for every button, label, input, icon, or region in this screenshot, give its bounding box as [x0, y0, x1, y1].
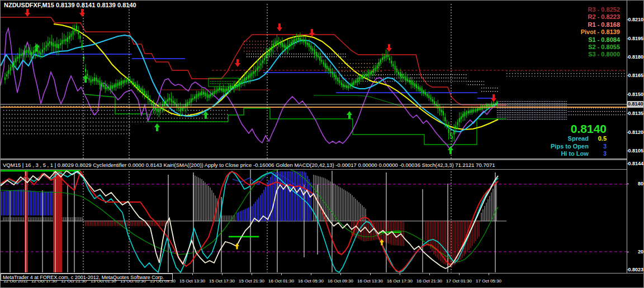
candle-body [366, 74, 367, 76]
candle-body [330, 69, 331, 73]
time-axis-label: 16 Oct 01:30 [268, 279, 294, 284]
candle-body [69, 36, 70, 39]
candle-body [15, 58, 16, 63]
spread-value: 0.5 [592, 135, 607, 143]
candle-body [258, 66, 259, 69]
candle-body [255, 70, 256, 73]
candle-body [85, 69, 86, 72]
price-axis[interactable]: 0.82100.81950.81800.81650.81500.81350.81… [627, 1, 644, 273]
axis-tick-label: 0.8210 [628, 17, 643, 22]
candle-body [24, 51, 25, 55]
candle-body [423, 90, 424, 94]
candle-body [133, 82, 134, 85]
sell-arrow-icon [235, 59, 240, 67]
candle-body [370, 72, 371, 75]
chart-canvas[interactable] [1, 1, 627, 288]
candle-body [243, 79, 244, 83]
candle-body [217, 89, 219, 91]
candle-body [389, 58, 390, 60]
candle-body [174, 102, 176, 104]
candle-body [148, 95, 149, 99]
candle-body [414, 83, 415, 87]
candle-body [70, 33, 72, 37]
candle-body [296, 38, 297, 41]
candle-body [10, 67, 11, 71]
candle-body [228, 87, 229, 91]
time-axis-label: 15 Oct 17:30 [209, 279, 235, 284]
spread-label: Spread [568, 135, 589, 142]
candle-body [353, 81, 354, 85]
candle-body [149, 100, 150, 102]
candle-body [105, 85, 106, 89]
candle-body [60, 43, 61, 45]
candle-body [113, 85, 115, 88]
candle-body [443, 111, 444, 116]
candle-body [131, 81, 132, 83]
candle-body [273, 44, 274, 48]
candle-body [473, 110, 474, 112]
candle-body [364, 75, 365, 77]
candle-body [334, 74, 335, 77]
candle-body [375, 68, 376, 71]
candle-body [439, 107, 441, 111]
candle-body [100, 81, 101, 85]
candle-body [49, 41, 50, 44]
candle-body [58, 44, 59, 49]
candle-body [371, 71, 372, 74]
pips-to-open-label: Pips to Open [551, 143, 589, 150]
candle-body [264, 58, 265, 60]
candle-body [457, 122, 458, 125]
candle-body [219, 88, 220, 90]
candle-body [310, 46, 311, 50]
candle-body [425, 92, 426, 95]
candle-body [73, 31, 74, 35]
candle-body [61, 40, 63, 44]
candle-body [319, 56, 320, 60]
candle-body [13, 61, 15, 65]
candle-body [271, 46, 272, 51]
pivot-row-r1: R1 - 0.8168 [581, 21, 620, 28]
candle-body [200, 93, 201, 96]
candle-body [196, 94, 197, 98]
candle-body [207, 94, 208, 98]
candle-body [343, 84, 344, 87]
candle-body [461, 116, 462, 119]
candle-body [40, 52, 41, 55]
candle-body [164, 102, 165, 106]
candle-body [292, 40, 293, 44]
pips-to-open-value: 3 [592, 143, 607, 151]
candle-body [201, 92, 202, 95]
candle-body [405, 76, 406, 80]
candle-body [209, 94, 210, 98]
price-info-panel: 0.8140 Spread 0.5 Pips to Open 3 Hi to L… [551, 123, 607, 158]
axis-tick-label: 0.8195 [628, 36, 643, 41]
candle-body [4, 78, 6, 80]
axis-tick-label: 0.8180 [628, 54, 643, 60]
candle-body [493, 104, 494, 105]
candle-body [22, 53, 23, 55]
candle-body [101, 83, 102, 87]
candle-body [401, 74, 402, 78]
buy-arrow-icon [154, 123, 160, 131]
candle-body [489, 104, 490, 107]
candle-body [303, 40, 304, 42]
ichimoku-cloud-dots [243, 41, 280, 53]
candle-body [169, 98, 170, 100]
candle-body [121, 81, 122, 85]
time-tick-mark [222, 273, 222, 275]
candle-body [28, 50, 29, 53]
candle-body [391, 61, 392, 64]
candle-body [404, 76, 405, 79]
candle-body [142, 89, 143, 94]
candle-body [171, 99, 172, 102]
candle-body [464, 112, 465, 117]
candle-body [326, 66, 328, 69]
candle-body [446, 124, 447, 126]
candle-body [248, 75, 249, 79]
candle-body [312, 48, 313, 51]
pivot-row-s1: S1 - 0.8084 [581, 36, 620, 44]
candle-body [453, 130, 454, 135]
axis-tick-label: 0.8165 [628, 73, 643, 78]
candle-body [444, 117, 446, 122]
current-price-big: 0.8140 [551, 123, 607, 135]
